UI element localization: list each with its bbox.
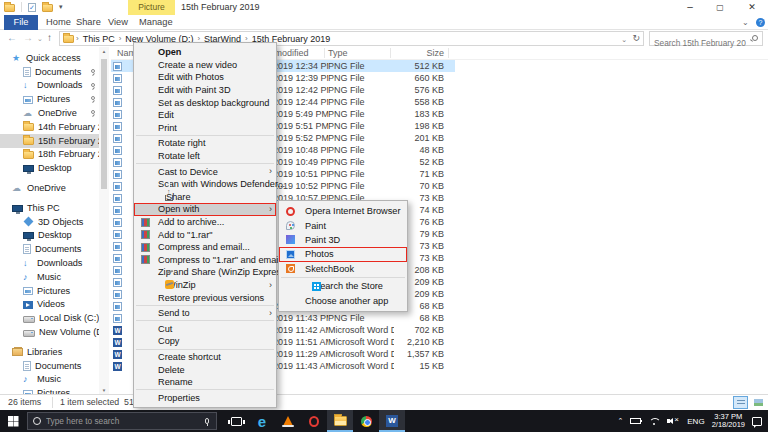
- clock[interactable]: 3:37 PM 2/18/2019: [712, 413, 745, 430]
- forward-icon[interactable]: [23, 32, 33, 43]
- open-with-item-opera-internet-browser[interactable]: Opera Internet Browser: [279, 204, 407, 218]
- sidebar-item-documents[interactable]: Documents: [0, 242, 99, 256]
- taskbar-app-word[interactable]: [379, 410, 405, 432]
- taskbar-app-taskview[interactable]: [223, 410, 249, 432]
- refresh-icon[interactable]: [632, 33, 640, 43]
- column-separator[interactable]: [324, 48, 325, 58]
- sidebar-item-3d-objects[interactable]: 3D Objects: [0, 215, 99, 229]
- back-icon[interactable]: [7, 32, 17, 43]
- tab-manage[interactable]: Manage: [139, 15, 173, 30]
- context-menu-item-rename[interactable]: Rename: [134, 376, 276, 389]
- sidebar-item-this-pc[interactable]: This PC: [0, 201, 99, 215]
- taskbar-app-edge[interactable]: [249, 410, 275, 432]
- sidebar-item-onedrive[interactable]: OneDrive: [0, 106, 99, 120]
- details-view-button[interactable]: [733, 396, 748, 409]
- tab-file[interactable]: File: [4, 15, 38, 30]
- up-icon[interactable]: [47, 32, 52, 43]
- context-menu-item-open-with[interactable]: Open with: [134, 203, 276, 216]
- sidebar-item-music[interactable]: Music: [0, 270, 99, 284]
- sidebar-item-15th-february-2019[interactable]: 15th February 2019: [0, 134, 99, 148]
- close-button[interactable]: [736, 0, 768, 15]
- context-menu-item-create-a-new-video[interactable]: Create a new video: [134, 59, 276, 72]
- sidebar-item-pictures[interactable]: Pictures: [0, 92, 99, 106]
- context-menu-item-edit-with-photos[interactable]: Edit with Photos: [134, 71, 276, 84]
- context-menu-item-compress-and-email[interactable]: Compress and email...: [134, 241, 276, 254]
- context-menu-item-zip-and-share-winzip-express[interactable]: Zip and Share (WinZip Express): [134, 266, 276, 279]
- context-menu-item-edit-with-paint-3d[interactable]: Edit with Paint 3D: [134, 84, 276, 97]
- battery-icon[interactable]: [630, 418, 641, 424]
- sidebar-item-downloads[interactable]: Downloads: [0, 256, 99, 270]
- open-with-item-sketchbook[interactable]: SketchBook: [279, 262, 407, 276]
- taskbar-app-chrome[interactable]: [353, 410, 379, 432]
- thumbnails-view-button[interactable]: [751, 396, 766, 409]
- qat-customize-chevron-icon[interactable]: [59, 3, 63, 11]
- sidebar-scrollbar[interactable]: [99, 47, 109, 394]
- context-menu-item-scan-with-windows-defender[interactable]: Scan with Windows Defender...: [134, 178, 276, 191]
- tab-home[interactable]: Home: [46, 15, 71, 30]
- sidebar-item-quick-access[interactable]: Quick access: [0, 51, 99, 65]
- sidebar-item-videos[interactable]: Videos: [0, 298, 99, 312]
- qat-new-folder-icon[interactable]: [42, 4, 53, 12]
- taskbar-app-opera[interactable]: [301, 410, 327, 432]
- scroll-down-icon[interactable]: [99, 387, 109, 393]
- search-box[interactable]: [649, 31, 763, 46]
- context-menu-item-open[interactable]: Open: [134, 46, 276, 59]
- open-with-item-photos[interactable]: Photos: [279, 247, 407, 261]
- sidebar-item-pictures[interactable]: Pictures: [0, 386, 99, 394]
- sidebar-item-libraries[interactable]: Libraries: [0, 345, 99, 359]
- context-menu-item-create-shortcut[interactable]: Create shortcut: [134, 351, 276, 364]
- sidebar-item-desktop[interactable]: Desktop: [0, 161, 99, 175]
- context-menu-item-set-as-desktop-background[interactable]: Set as desktop background: [134, 96, 276, 109]
- sidebar-item-documents[interactable]: Documents: [0, 359, 99, 373]
- action-center-icon[interactable]: [752, 417, 762, 426]
- context-menu-item-copy[interactable]: Copy: [134, 335, 276, 348]
- sidebar-item-onedrive[interactable]: OneDrive: [0, 181, 99, 195]
- context-menu-item-share[interactable]: Share: [134, 191, 276, 204]
- sidebar-item-local-disk-c[interactable]: Local Disk (C:): [0, 311, 99, 325]
- column-separator[interactable]: [448, 48, 449, 58]
- qat-properties-icon[interactable]: [28, 3, 36, 12]
- context-menu-item-send-to[interactable]: Send to: [134, 307, 276, 320]
- tab-view[interactable]: View: [108, 15, 128, 30]
- breadcrumb-this-pc[interactable]: This PC: [81, 34, 117, 44]
- search-icon[interactable]: [752, 35, 758, 41]
- context-menu-item-edit[interactable]: Edit: [134, 109, 276, 122]
- context-menu-item-rotate-left[interactable]: Rotate left: [134, 150, 276, 163]
- context-menu-item-cut[interactable]: Cut: [134, 322, 276, 335]
- volume-muted-icon[interactable]: [667, 416, 680, 426]
- context-menu-item-properties[interactable]: Properties: [134, 391, 276, 404]
- context-menu-item-add-to-1-rar[interactable]: Add to "1.rar": [134, 228, 276, 241]
- context-menu-item-compress-to-1-rar-and-email[interactable]: Compress to "1.rar" and email: [134, 254, 276, 267]
- column-header-size[interactable]: Size: [394, 48, 444, 58]
- open-with-item-search-the-store[interactable]: Search the Store: [279, 279, 407, 293]
- minimize-button[interactable]: [676, 0, 704, 15]
- context-menu-item-delete[interactable]: Delete: [134, 363, 276, 376]
- sidebar-item-documents[interactable]: Documents: [0, 65, 99, 79]
- sidebar-item-downloads[interactable]: Downloads: [0, 79, 99, 93]
- address-dropdown-chevron-icon[interactable]: [621, 36, 627, 44]
- microphone-icon[interactable]: [205, 418, 209, 424]
- help-icon[interactable]: [756, 18, 765, 27]
- context-menu-item-rotate-right[interactable]: Rotate right: [134, 137, 276, 150]
- context-menu-item-winzip[interactable]: WinZip: [134, 279, 276, 292]
- open-with-item-choose-another-app[interactable]: Choose another app: [279, 293, 407, 307]
- open-with-item-paint-3d[interactable]: Paint 3D: [279, 233, 407, 247]
- maximize-button[interactable]: [706, 0, 734, 15]
- scroll-up-icon[interactable]: [99, 48, 109, 54]
- column-separator[interactable]: [390, 48, 391, 58]
- sidebar-item-desktop[interactable]: Desktop: [0, 229, 99, 243]
- column-header-type[interactable]: Type: [328, 48, 348, 58]
- picture-tools-contextual-tab[interactable]: Picture Tools: [128, 0, 175, 15]
- expand-ribbon-chevron-icon[interactable]: [742, 18, 749, 27]
- sidebar-item-18th-february-2019[interactable]: 18th February 2019: [0, 148, 99, 162]
- tab-share[interactable]: Share: [76, 15, 101, 30]
- taskbar-app-explorer[interactable]: [327, 410, 353, 432]
- sidebar-item-14th-february-2019[interactable]: 14th February 2019: [0, 120, 99, 134]
- recent-locations-chevron-icon[interactable]: [37, 35, 43, 43]
- sidebar-item-music[interactable]: Music: [0, 373, 99, 387]
- context-menu-item-print[interactable]: Print: [134, 122, 276, 135]
- context-menu-item-restore-previous-versions[interactable]: Restore previous versions: [134, 291, 276, 304]
- show-hidden-icons-chevron-icon[interactable]: [617, 417, 623, 425]
- language-indicator[interactable]: ENG: [687, 417, 704, 426]
- start-button[interactable]: [0, 410, 26, 432]
